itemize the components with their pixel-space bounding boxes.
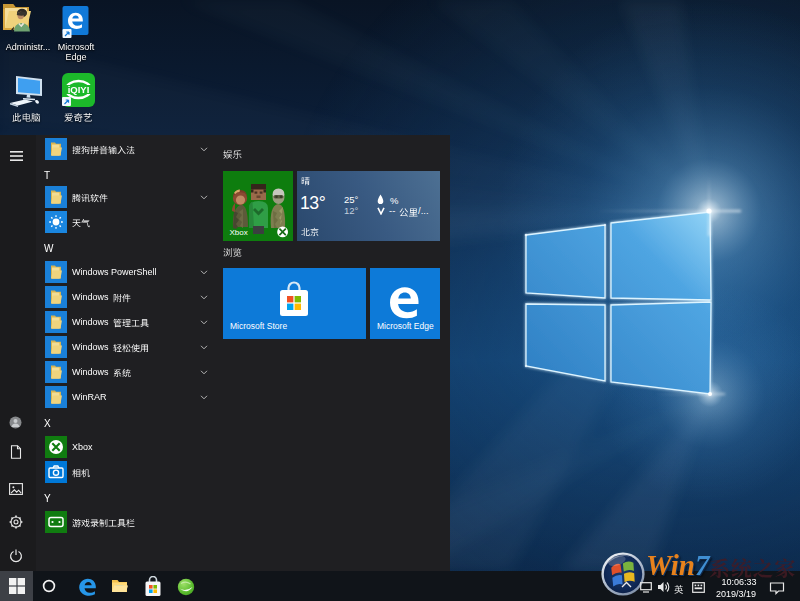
svg-text:Microsoft Store: Microsoft Store [230, 321, 287, 331]
svg-text:Xbox: Xbox [230, 228, 248, 237]
svg-text:Microsoft Edge: Microsoft Edge [377, 321, 434, 331]
svg-text:iQIYI: iQIYI [68, 84, 90, 95]
